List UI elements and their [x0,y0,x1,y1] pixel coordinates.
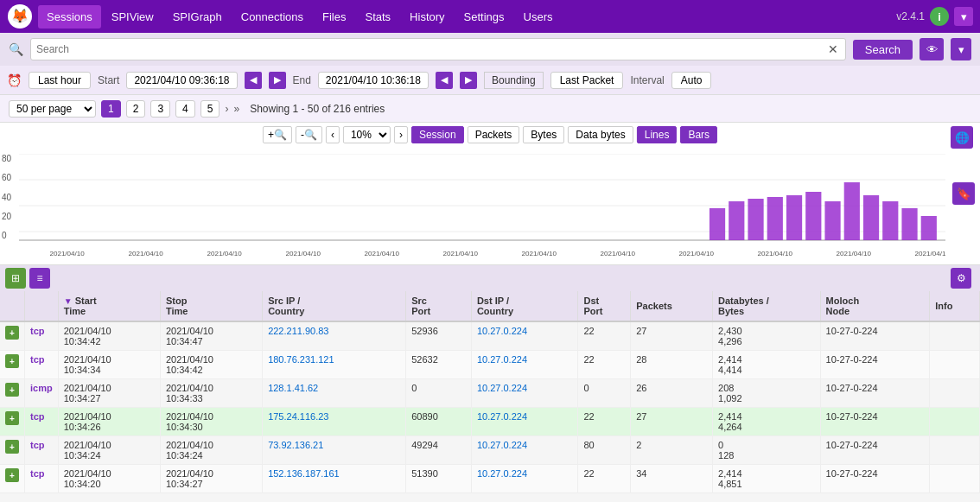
start-next-btn[interactable]: ▶ [269,72,286,89]
zoom-in-btn[interactable]: +🔍 [263,126,292,143]
expand-btn[interactable]: + [5,411,19,425]
last-hour-pill[interactable]: Last hour [29,72,91,89]
table-row: + tcp 2021/04/10 10:34:20 2021/04/10 10:… [0,465,980,493]
dst-ip-link[interactable]: 10.27.0.224 [477,468,527,479]
expand-btn[interactable]: + [5,468,19,482]
dst-ip-link[interactable]: 10.27.0.224 [477,411,527,422]
stop-time-cell: 2021/04/10 10:34:47 [160,321,262,351]
th-stop-time: StopTime [160,291,262,321]
src-ip-cell: 180.76.231.121 [263,351,406,379]
start-value: 2021/04/10 09:36:18 [126,72,237,89]
expand-btn[interactable]: + [5,354,19,368]
grid-icon-btn[interactable]: ⊞ [5,268,26,289]
dst-ip-cell: 10.27.0.224 [471,321,578,351]
proto-cell: icmp [25,379,59,408]
stop-time-cell: 2021/04/10 10:34:33 [160,379,262,408]
th-dst-ip: Dst IP /Country [471,291,578,321]
tab-bars[interactable]: Bars [680,126,717,143]
svg-text:09:45:00: 09:45:00 [132,257,160,257]
table-icon-btn[interactable]: ≡ [29,268,50,289]
nav-item-spigraph[interactable]: SPIGraph [164,5,231,29]
start-prev-btn[interactable]: ◀ [245,72,262,89]
zoom-level-select[interactable]: 10% 25% 50% [343,126,391,143]
nav-item-files[interactable]: Files [314,5,354,29]
dst-ip-link[interactable]: 10.27.0.224 [477,383,527,393]
tab-lines[interactable]: Lines [637,126,678,143]
nav-item-users[interactable]: Users [515,5,562,29]
bookmark-btn[interactable]: 🔖 [952,182,975,205]
dst-ip-link[interactable]: 10.27.0.224 [477,440,527,450]
src-ip-link[interactable]: 222.211.90.83 [268,326,328,336]
dropdown-caret-btn[interactable]: ▾ [951,38,971,60]
tab-data-bytes[interactable]: Data bytes [568,126,633,143]
time-bar: ⏰ Last hour Start 2021/04/10 09:36:18 ◀ … [0,66,980,95]
info-cell [930,465,980,493]
dst-port-cell: 80 [578,436,631,465]
nav-item-history[interactable]: History [401,5,453,29]
info-icon[interactable]: i [930,7,949,26]
page-last[interactable]: » [233,103,239,115]
end-prev-btn[interactable]: ◀ [436,72,453,89]
bounding-value[interactable]: Last Packet [550,72,624,89]
nav-dropdown-btn[interactable]: ▾ [954,7,973,26]
expand-btn[interactable]: + [5,383,19,397]
table-row: + tcp 2021/04/10 10:34:42 2021/04/10 10:… [0,321,980,351]
dst-port-cell: 0 [578,379,631,408]
page-2[interactable]: 2 [126,100,146,118]
src-ip-link[interactable]: 175.24.116.23 [268,411,328,422]
search-input[interactable] [36,43,826,55]
nav-item-connections[interactable]: Connections [232,5,312,29]
zoom-out-btn[interactable]: -🔍 [296,126,322,143]
proto-cell: tcp [25,465,59,493]
expand-cell: + [0,465,25,493]
expand-btn[interactable]: + [5,440,19,454]
page-more[interactable]: › [225,103,228,115]
chart-next-btn[interactable]: › [394,126,408,143]
y-axis: 0 20 40 60 80 [2,154,11,240]
expand-btn[interactable]: + [5,326,19,340]
nav-item-spiview[interactable]: SPIView [103,5,162,29]
nav-item-sessions[interactable]: Sessions [38,5,101,29]
page-1[interactable]: 1 [101,100,121,118]
svg-rect-14 [844,182,860,240]
src-ip-link[interactable]: 128.1.41.62 [268,383,318,393]
nav-item-stats[interactable]: Stats [356,5,399,29]
svg-rect-8 [729,201,744,240]
per-page-select[interactable]: 50 per page 100 per page 200 per page [9,100,96,118]
interval-label: Interval [630,74,664,86]
page-4[interactable]: 4 [175,100,195,118]
table-settings-btn[interactable]: ⚙ [951,268,971,289]
y-label-80: 80 [2,154,11,163]
interval-value[interactable]: Auto [671,72,712,89]
src-port-cell: 49294 [406,436,472,465]
nav-item-settings[interactable]: Settings [455,5,513,29]
node-cell: 10-27-0-224 [820,436,930,465]
globe-btn[interactable]: 🌐 [951,126,973,149]
tab-bytes[interactable]: Bytes [523,126,564,143]
src-ip-link[interactable]: 180.76.231.121 [268,354,334,365]
clear-search-btn[interactable]: ✕ [826,42,840,56]
search-button[interactable]: Search [853,40,913,60]
src-ip-link[interactable]: 152.136.187.161 [268,468,340,479]
start-label: Start [98,74,119,86]
packets-cell: 26 [631,379,713,408]
dst-ip-link[interactable]: 10.27.0.224 [477,326,527,336]
stop-time-cell: 2021/04/10 10:34:24 [160,436,262,465]
page-5[interactable]: 5 [200,100,220,118]
src-ip-link[interactable]: 73.92.136.21 [268,440,323,450]
bounding-label: Bounding [484,72,544,89]
proto-cell: tcp [25,408,59,436]
expand-cell: + [0,321,25,351]
table-row: + tcp 2021/04/10 10:34:34 2021/04/10 10:… [0,351,980,379]
src-port-cell: 52936 [406,321,472,351]
end-next-btn[interactable]: ▶ [460,72,477,89]
eye-button[interactable]: 👁 [920,38,944,60]
chart-toolbar: +🔍 -🔍 ‹ 10% 25% 50% › Session Packets By… [263,126,717,143]
src-ip-cell: 222.211.90.83 [263,321,406,351]
chart-prev-btn[interactable]: ‹ [326,126,340,143]
table-header-row: ⊞ ≡ ⚙ [0,265,980,291]
tab-packets[interactable]: Packets [468,126,520,143]
dst-ip-link[interactable]: 10.27.0.224 [477,354,527,365]
page-3[interactable]: 3 [150,100,170,118]
tab-session[interactable]: Session [411,126,464,143]
